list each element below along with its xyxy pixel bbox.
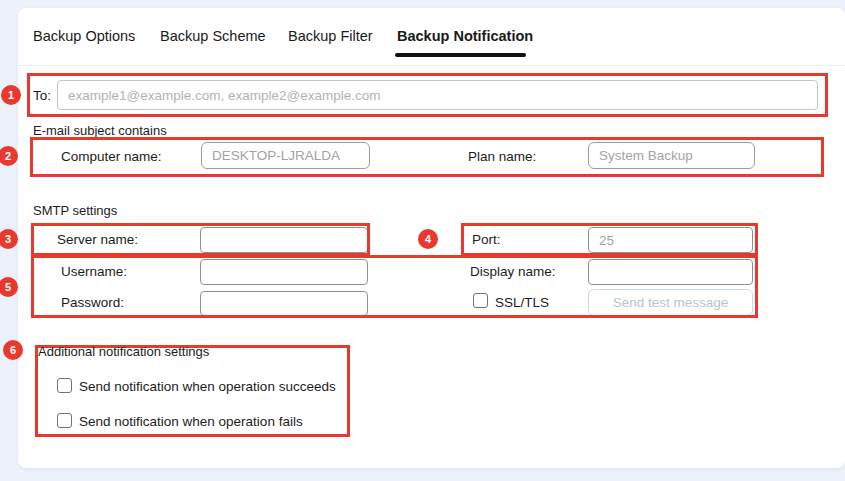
- password-input[interactable]: [200, 291, 368, 316]
- username-label: Username:: [61, 264, 127, 279]
- annotation-badge-5: 5: [0, 277, 18, 297]
- notify-fail-label: Send notification when operation fails: [79, 414, 303, 429]
- ssl-tls-label: SSL/TLS: [495, 295, 549, 310]
- to-label: To:: [33, 88, 51, 103]
- annotation-badge-2: 2: [0, 146, 18, 166]
- send-test-message-button[interactable]: Send test message: [588, 289, 753, 316]
- smtp-heading: SMTP settings: [33, 203, 117, 218]
- display-name-input[interactable]: [588, 259, 753, 285]
- port-input[interactable]: [588, 227, 753, 253]
- computer-name-label: Computer name:: [61, 149, 162, 164]
- port-label: Port:: [472, 232, 501, 247]
- server-name-label: Server name:: [57, 232, 138, 247]
- plan-name-label: Plan name:: [468, 149, 536, 164]
- server-name-input[interactable]: [200, 227, 368, 253]
- ssl-tls-checkbox[interactable]: [473, 293, 488, 308]
- email-subject-heading: E-mail subject contains: [33, 123, 167, 138]
- notify-fail-checkbox[interactable]: [57, 413, 72, 428]
- to-input[interactable]: [57, 80, 818, 110]
- computer-name-input[interactable]: [201, 142, 370, 169]
- active-tab-underline: [395, 53, 526, 57]
- password-label: Password:: [61, 295, 124, 310]
- tab-backup-notification[interactable]: Backup Notification: [397, 28, 533, 44]
- notify-success-label: Send notification when operation succeed…: [79, 379, 336, 394]
- annotation-badge-3: 3: [0, 229, 18, 249]
- plan-name-input[interactable]: [588, 142, 755, 169]
- username-input[interactable]: [200, 259, 368, 285]
- additional-settings-heading: Additional notification settings: [38, 344, 209, 359]
- tab-backup-options[interactable]: Backup Options: [33, 28, 135, 44]
- tab-backup-filter[interactable]: Backup Filter: [288, 28, 373, 44]
- tabstrip-divider: [18, 65, 845, 66]
- notify-success-checkbox[interactable]: [57, 378, 72, 393]
- display-name-label: Display name:: [470, 264, 556, 279]
- tab-backup-scheme[interactable]: Backup Scheme: [160, 28, 266, 44]
